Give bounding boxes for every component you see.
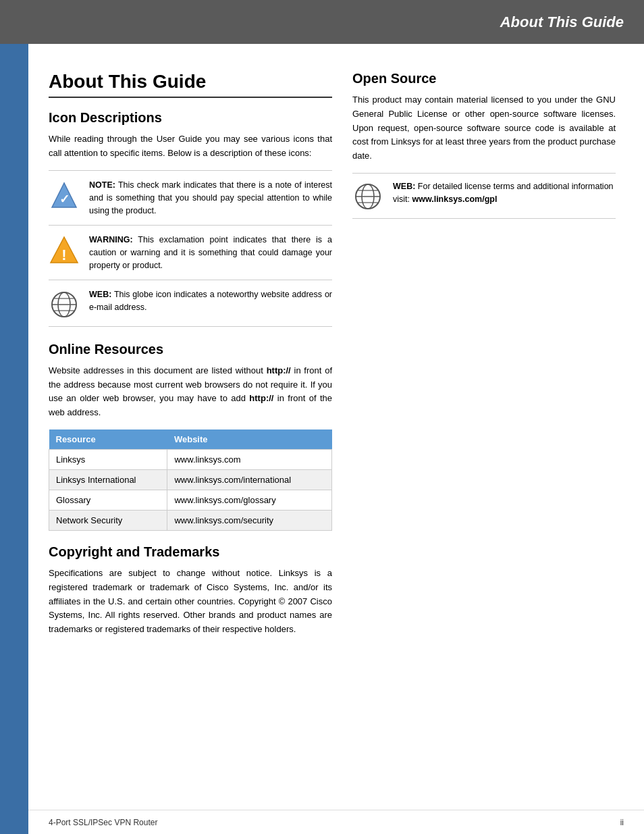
open-source-text: This product may contain material licens… [352,93,616,163]
warning-label: WARNING: [89,235,133,244]
open-source-web-link: www.linksys.com/gpl [412,194,497,204]
open-source-web-label: WEB: [393,182,415,191]
table-cell: Network Security [49,511,167,531]
note-text: This check mark indicates that there is … [89,180,332,216]
web-icon-text: WEB: This globe icon indicates a notewor… [89,288,332,315]
http-bold-2: http:// [249,393,273,403]
note-label: NOTE: [89,180,115,190]
icon-desc-container: ✓ NOTE: This check mark indicates that t… [49,170,332,327]
open-source-web-note: WEB: For detailed license terms and addi… [352,173,616,219]
table-row: Linksyswww.linksys.com [49,450,332,470]
web-globe-icon [49,290,80,319]
warning-icon-item: ! WARNING: This exclamation point indica… [49,226,332,280]
icon-descriptions-intro: While reading through the User Guide you… [49,132,332,161]
web-label: WEB: [89,290,111,299]
header-bar: About This Guide [0,0,644,44]
note-icon-item: ✓ NOTE: This check mark indicates that t… [49,170,332,226]
svg-text:✓: ✓ [59,192,70,206]
warning-icon-text: WARNING: This exclamation point indicate… [89,234,332,273]
open-source-web-note-text: WEB: For detailed license terms and addi… [393,180,616,207]
table-row: Network Securitywww.linksys.com/security [49,511,332,531]
icon-descriptions-title: Icon Descriptions [49,110,332,126]
note-icon-text: NOTE: This check mark indicates that the… [89,179,332,218]
note-icon: ✓ [49,180,80,210]
table-cell: Glossary [49,490,167,511]
table-row: Linksys Internationalwww.linksys.com/int… [49,470,332,490]
table-cell: www.linksys.com/security [167,511,332,531]
online-resources-title: Online Resources [49,342,332,357]
right-column: Open Source This product may contain mat… [352,71,616,646]
table-header-website: Website [167,429,332,450]
svg-text:!: ! [61,246,66,263]
page-main-title: About This Guide [49,71,332,93]
table-cell: Linksys International [49,470,167,490]
table-cell: www.linksys.com/international [167,470,332,490]
online-resources-intro: Website addresses in this document are l… [49,364,332,420]
copyright-title: Copyright and Trademarks [49,544,332,560]
table-cell: www.linksys.com/glossary [167,490,332,511]
web-text: This globe icon indicates a noteworthy w… [89,290,332,312]
left-column: About This Guide Icon Descriptions While… [49,71,332,646]
web-icon-item: WEB: This globe icon indicates a notewor… [49,280,332,327]
main-content: About This Guide Icon Descriptions While… [28,44,644,687]
warning-icon: ! [49,235,80,265]
title-divider [49,97,332,98]
footer-left: 4-Port SSL/IPSec VPN Router [49,818,157,827]
http-bold-1: http:// [267,365,291,375]
sidebar-strip [0,44,28,834]
header-title: About This Guide [500,14,624,31]
table-cell: www.linksys.com [167,450,332,470]
online-intro-part1: Website addresses in this document are l… [49,365,267,375]
table-header-resource: Resource [49,429,167,450]
open-source-title: Open Source [352,71,616,86]
copyright-text: Specifications are subject to change wit… [49,567,332,637]
table-row: Glossarywww.linksys.com/glossary [49,490,332,511]
resources-table: Resource Website Linksyswww.linksys.comL… [49,429,332,531]
footer: 4-Port SSL/IPSec VPN Router ii [28,810,644,834]
footer-right: ii [620,818,624,827]
table-cell: Linksys [49,450,167,470]
open-source-web-icon [352,182,383,211]
